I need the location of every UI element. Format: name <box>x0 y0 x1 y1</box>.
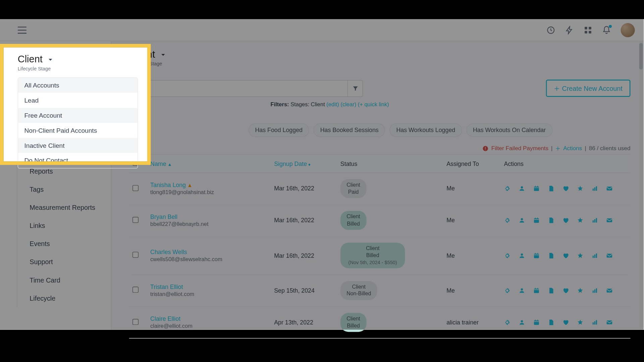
chart-icon[interactable] <box>591 217 598 224</box>
star-icon[interactable] <box>577 217 584 224</box>
star-icon[interactable] <box>577 287 584 294</box>
dd-do-not-contact[interactable]: Do Not Contact <box>18 153 138 168</box>
sidebar-item-links[interactable]: Links <box>17 217 111 235</box>
user-icon[interactable] <box>519 287 525 294</box>
mail-icon[interactable] <box>606 185 613 192</box>
create-account-button[interactable]: Create New Account <box>546 80 630 97</box>
sidebar-item-tags[interactable]: Tags <box>17 180 111 198</box>
row-checkbox[interactable] <box>132 319 139 325</box>
calendar-icon[interactable] <box>533 217 540 224</box>
svg-rect-3 <box>585 31 587 33</box>
status-badge: ClientBilled <box>340 313 366 332</box>
row-checkbox[interactable] <box>132 217 139 223</box>
sidebar-item-time-card[interactable]: Time Card <box>17 271 111 289</box>
avatar[interactable] <box>621 23 635 37</box>
file-icon[interactable] <box>548 217 554 224</box>
bolt-icon[interactable] <box>565 25 574 34</box>
alert-icon <box>482 145 488 151</box>
user-icon[interactable] <box>519 217 525 224</box>
filter-button[interactable] <box>348 80 363 97</box>
chart-icon[interactable] <box>591 252 598 259</box>
row-checkbox[interactable] <box>132 287 139 293</box>
gear-icon[interactable] <box>504 252 511 259</box>
col-name[interactable]: Name▲ <box>150 160 274 167</box>
star-icon[interactable] <box>577 185 584 192</box>
chart-icon[interactable] <box>591 319 598 326</box>
chart-icon[interactable] <box>591 287 598 294</box>
star-icon[interactable] <box>577 252 584 259</box>
heart-icon[interactable] <box>562 319 569 326</box>
sidebar-item-support[interactable]: Support <box>17 253 111 271</box>
chip-food-logged[interactable]: Has Food Logged <box>249 123 309 137</box>
row-checkbox[interactable] <box>132 185 139 191</box>
gear-icon[interactable] <box>504 287 511 294</box>
svg-rect-18 <box>535 218 536 219</box>
file-icon[interactable] <box>548 252 554 259</box>
client-name-link[interactable]: Charles Wells <box>150 249 274 255</box>
dd-all-accounts[interactable]: All Accounts <box>18 78 138 93</box>
bell-icon[interactable] <box>602 25 611 34</box>
sidebar-item-measurement-reports[interactable]: Measurement Reports <box>17 198 111 217</box>
dd-inactive-client[interactable]: Inactive Client <box>18 138 138 153</box>
user-icon[interactable] <box>519 185 525 192</box>
search-input[interactable] <box>129 80 348 97</box>
file-icon[interactable] <box>548 185 554 192</box>
heart-icon[interactable] <box>562 185 569 192</box>
col-signup[interactable]: Signup Date♦ <box>274 160 340 167</box>
calendar-icon[interactable] <box>533 287 540 294</box>
sidebar-item-events[interactable]: Events <box>17 235 111 253</box>
mail-icon[interactable] <box>606 319 613 326</box>
client-name-link[interactable]: Claire Elliot <box>150 316 274 322</box>
actions-link[interactable]: Actions <box>563 145 582 152</box>
svg-rect-29 <box>594 254 595 258</box>
scrollbar[interactable] <box>639 41 643 330</box>
calendar-icon[interactable] <box>533 252 540 259</box>
client-email: cwells508@sllewselrahc.com <box>150 256 274 262</box>
star-icon[interactable] <box>577 319 584 326</box>
assigned-to: alicia trainer <box>446 319 504 326</box>
client-name-link[interactable]: Tristan Elliot <box>150 284 274 290</box>
client-name-link[interactable]: Bryan Bell <box>150 214 274 220</box>
gear-icon[interactable] <box>504 185 511 192</box>
dd-lead[interactable]: Lead <box>18 93 138 108</box>
heart-icon[interactable] <box>562 287 569 294</box>
failed-payments-link[interactable]: Filter Failed Payments <box>491 145 548 152</box>
heart-icon[interactable] <box>562 217 569 224</box>
user-icon[interactable] <box>519 319 525 326</box>
chip-workouts-calendar[interactable]: Has Workouts On Calendar <box>466 123 552 137</box>
mail-icon[interactable] <box>606 217 613 224</box>
hamburger-menu-icon[interactable] <box>18 26 26 34</box>
popout-title[interactable]: Client <box>18 54 147 65</box>
sidebar-item-lifecycle[interactable]: Lifecycle <box>17 289 111 307</box>
row-actions <box>504 217 627 224</box>
svg-rect-2 <box>589 26 591 29</box>
clear-filter-link[interactable]: (clear) <box>340 101 356 107</box>
calendar-icon[interactable] <box>533 319 540 326</box>
calendar-icon[interactable] <box>533 185 540 192</box>
clock-icon[interactable] <box>546 25 555 34</box>
client-name-link[interactable]: Tanisha Long▲ <box>150 182 274 188</box>
chip-workouts-logged[interactable]: Has Workouts Logged <box>390 123 462 137</box>
apps-grid-icon[interactable] <box>584 25 592 34</box>
col-assigned: Assigned To <box>446 160 504 167</box>
edit-filter-link[interactable]: (edit) <box>326 101 339 107</box>
file-icon[interactable] <box>548 287 554 294</box>
svg-rect-46 <box>596 320 597 324</box>
table-row: Tristan Elliottristan@elliot.com Sep 15t… <box>129 275 631 307</box>
user-icon[interactable] <box>519 252 525 259</box>
chip-booked-sessions[interactable]: Has Booked Sessions <box>314 123 385 137</box>
gear-icon[interactable] <box>504 319 511 326</box>
gear-icon[interactable] <box>504 217 511 224</box>
quicklink-link[interactable]: (+ quick link) <box>358 101 389 107</box>
row-checkbox[interactable] <box>132 252 139 258</box>
mail-icon[interactable] <box>606 252 613 259</box>
dd-non-client-paid[interactable]: Non-Client Paid Accounts <box>18 123 138 138</box>
mail-icon[interactable] <box>606 287 613 294</box>
heart-icon[interactable] <box>562 252 569 259</box>
plus-small-icon <box>555 146 560 151</box>
dd-free-account[interactable]: Free Account <box>18 108 138 123</box>
chart-icon[interactable] <box>591 185 598 192</box>
active-filters-line: Filters: Stages: Client (edit) (clear) (… <box>271 101 631 107</box>
file-icon[interactable] <box>548 319 554 326</box>
svg-rect-4 <box>589 31 591 33</box>
